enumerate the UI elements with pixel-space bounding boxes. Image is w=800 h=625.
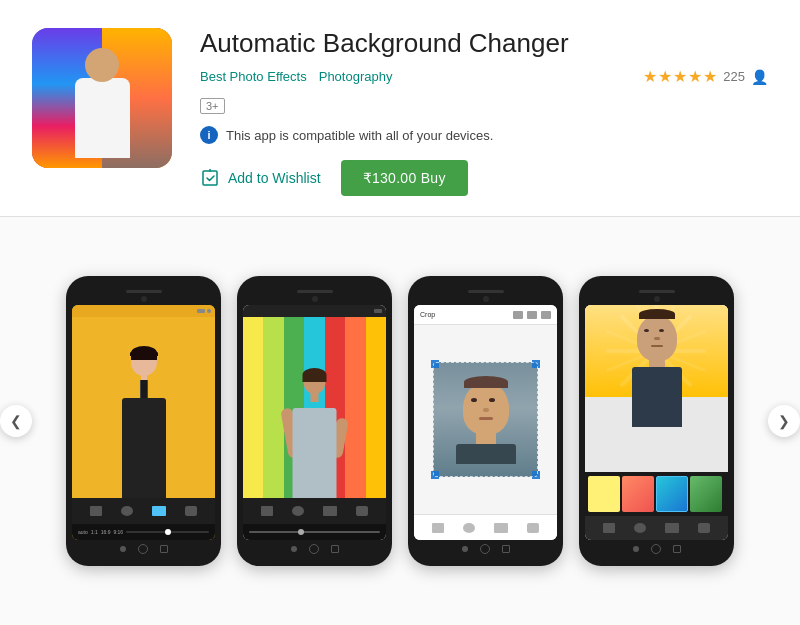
rating-info: ★ ★ ★ ★ ★ 225 👤	[643, 67, 768, 86]
screenshots-section: ❮	[0, 217, 800, 625]
app-categories: Best Photo Effects Photography ★ ★ ★ ★ ★…	[200, 67, 768, 86]
category-link-1[interactable]: Best Photo Effects	[200, 69, 307, 84]
rating-count: 225	[723, 69, 745, 84]
star-3: ★	[673, 67, 687, 86]
age-badge: 3+	[200, 98, 225, 114]
phone-screen-1: auto 1:1 16:9 9:16	[72, 305, 215, 540]
phone-screen-3: Crop	[414, 305, 557, 540]
wishlist-button[interactable]: Add to Wishlist	[200, 168, 321, 188]
user-icon: 👤	[751, 69, 768, 85]
star-4: ★	[688, 67, 702, 86]
screenshot-phone-3: Crop	[408, 276, 563, 566]
svg-rect-0	[203, 171, 217, 185]
phone-home-bar-1	[72, 540, 215, 556]
scroll-right-button[interactable]: ❯	[768, 405, 800, 437]
compatibility-text: This app is compatible with all of your …	[226, 128, 493, 143]
wishlist-icon	[200, 168, 220, 188]
screenshots-carousel: auto 1:1 16:9 9:16	[30, 241, 770, 601]
phone-home-bar-4	[585, 540, 728, 556]
action-row: Add to Wishlist ₹130.00 Buy	[200, 160, 768, 196]
phone-screen-2	[243, 305, 386, 540]
category-link-2[interactable]: Photography	[319, 69, 393, 84]
wishlist-label: Add to Wishlist	[228, 170, 321, 186]
star-rating: ★ ★ ★ ★ ★	[643, 67, 717, 86]
screenshot-phone-4	[579, 276, 734, 566]
app-header: Automatic Background Changer Best Photo …	[0, 0, 800, 217]
app-icon	[32, 28, 172, 168]
app-title: Automatic Background Changer	[200, 28, 768, 59]
info-icon: i	[200, 126, 218, 144]
phone-top-area-1	[72, 286, 215, 305]
compatibility-row: i This app is compatible with all of you…	[200, 126, 768, 144]
app-info: Automatic Background Changer Best Photo …	[200, 28, 768, 196]
screenshot-phone-2	[237, 276, 392, 566]
star-1: ★	[643, 67, 657, 86]
star-5-half: ★	[703, 67, 717, 86]
star-2: ★	[658, 67, 672, 86]
phone-home-bar-3	[414, 540, 557, 556]
screenshot-phone-1: auto 1:1 16:9 9:16	[66, 276, 221, 566]
phone-home-bar-2	[243, 540, 386, 556]
buy-button[interactable]: ₹130.00 Buy	[341, 160, 468, 196]
phone-screen-4	[585, 305, 728, 540]
scroll-left-button[interactable]: ❮	[0, 405, 32, 437]
